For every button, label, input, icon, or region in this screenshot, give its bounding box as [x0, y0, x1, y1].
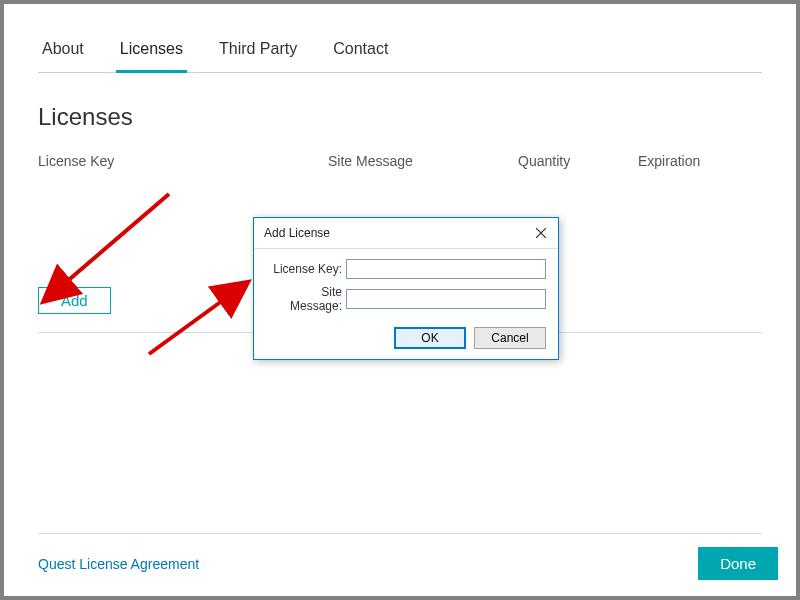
tab-about[interactable]: About	[38, 34, 88, 73]
dialog-title: Add License	[264, 226, 330, 240]
add-button[interactable]: Add	[38, 287, 111, 314]
site-message-input[interactable]	[346, 289, 546, 309]
dialog-titlebar: Add License	[254, 218, 558, 249]
tab-contact[interactable]: Contact	[329, 34, 392, 73]
site-message-label: Site Message:	[266, 285, 346, 313]
cancel-button[interactable]: Cancel	[474, 327, 546, 349]
column-headers: License Key Site Message Quantity Expira…	[38, 153, 762, 169]
column-license-key: License Key	[38, 153, 328, 169]
page-title: Licenses	[38, 103, 762, 131]
add-license-dialog: Add License License Key: Site Message: O…	[253, 217, 559, 360]
column-expiration: Expiration	[638, 153, 762, 169]
done-button[interactable]: Done	[698, 547, 778, 580]
column-site-message: Site Message	[328, 153, 518, 169]
footer: Quest License Agreement Done	[38, 535, 778, 580]
about-window: About Licenses Third Party Contact Licen…	[4, 4, 796, 596]
footer-divider	[38, 533, 762, 534]
column-quantity: Quantity	[518, 153, 638, 169]
tab-third-party[interactable]: Third Party	[215, 34, 301, 73]
tab-bar: About Licenses Third Party Contact	[38, 34, 762, 73]
license-key-label: License Key:	[266, 262, 346, 276]
license-key-input[interactable]	[346, 259, 546, 279]
license-agreement-link[interactable]: Quest License Agreement	[38, 556, 199, 572]
tab-licenses[interactable]: Licenses	[116, 34, 187, 73]
close-icon[interactable]	[532, 224, 550, 242]
ok-button[interactable]: OK	[394, 327, 466, 349]
